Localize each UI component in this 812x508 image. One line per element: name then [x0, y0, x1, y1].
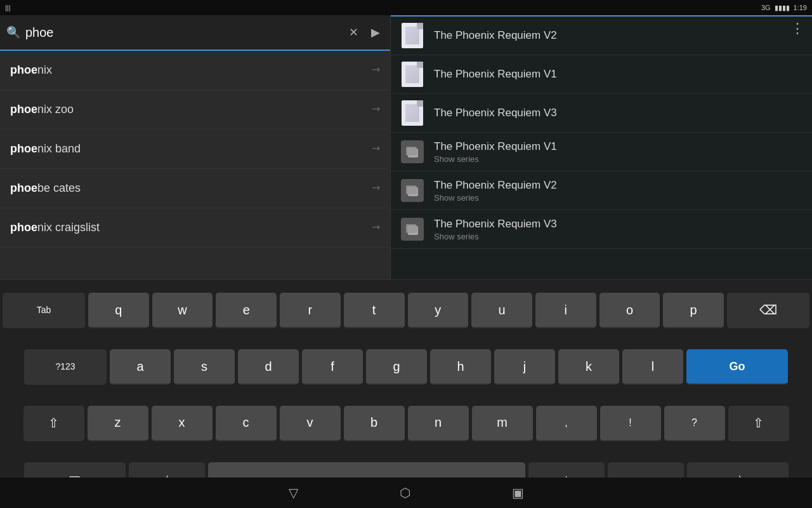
suggestion-arrow-icon: ↙ — [369, 142, 383, 156]
suggestion-arrow-icon: ↙ — [369, 220, 383, 235]
document-icon — [402, 100, 423, 126]
key-d[interactable]: d — [238, 349, 299, 385]
suggestion-item[interactable]: phoebe cates ↙ — [0, 169, 390, 208]
search-input[interactable]: phoe — [25, 25, 340, 40]
key-q[interactable]: q — [88, 293, 149, 328]
key-m[interactable]: m — [472, 406, 533, 441]
result-icon — [400, 178, 425, 203]
suggestion-item[interactable]: phoenix craigslist ↙ — [0, 208, 390, 248]
key-p[interactable]: p — [663, 293, 724, 328]
search-bar: 🔍 phoe ✕ ▶ — [0, 15, 390, 51]
key-n[interactable]: n — [408, 406, 469, 441]
result-subtitle: Show series — [434, 154, 557, 164]
document-icon — [402, 23, 423, 48]
result-subtitle: Show series — [434, 193, 557, 203]
document-icon — [402, 62, 423, 87]
result-title: The Phoenix Requiem V1 — [434, 68, 557, 81]
result-text: The Phoenix Requiem V3 Show series — [434, 218, 557, 241]
recents-button[interactable]: ▣ — [512, 485, 524, 500]
suggestion-item[interactable]: phoenix band ↙ — [0, 130, 390, 169]
key-exclaim[interactable]: ! — [600, 406, 661, 441]
more-options-button[interactable]: ⋮ — [790, 20, 804, 37]
key-a[interactable]: a — [110, 349, 171, 385]
key-r[interactable]: r — [280, 293, 341, 328]
series-icon — [401, 218, 424, 241]
series-icon — [401, 179, 424, 202]
svg-rect-8 — [407, 225, 417, 233]
result-icon — [400, 139, 425, 164]
home-button[interactable]: ⬡ — [400, 485, 410, 500]
svg-rect-2 — [407, 148, 417, 156]
result-item[interactable]: The Phoenix Requiem V1 — [391, 55, 812, 94]
back-button[interactable]: ▽ — [289, 485, 298, 500]
suggestion-item[interactable]: phoenix zoo ↙ — [0, 90, 390, 130]
key-t[interactable]: t — [344, 293, 405, 328]
key-i[interactable]: i — [535, 293, 596, 328]
status-time: 1:19 — [794, 4, 807, 11]
key-o[interactable]: o — [599, 293, 660, 328]
key-s[interactable]: s — [174, 349, 235, 385]
result-item[interactable]: The Phoenix Requiem V2 — [391, 15, 812, 55]
suggestion-text: phoenix craigslist — [10, 221, 100, 234]
result-text: The Phoenix Requiem V1 — [434, 68, 557, 81]
suggestion-arrow-icon: ↙ — [369, 63, 383, 77]
keyboard-row-2: ?123 a s d f g h j k l Go — [0, 339, 812, 396]
key-h[interactable]: h — [430, 349, 491, 385]
key-question[interactable]: ? — [664, 406, 725, 441]
result-icon — [400, 100, 425, 126]
result-icon — [400, 62, 425, 87]
key-k[interactable]: k — [558, 349, 619, 385]
go-key[interactable]: Go — [686, 349, 788, 385]
shift-left-key[interactable]: ⇧ — [23, 406, 84, 441]
keyboard: Tab q w e r t y u i o p ⌫ ?123 a s d f g… — [0, 279, 812, 508]
key-y[interactable]: y — [408, 293, 469, 328]
key-g[interactable]: g — [366, 349, 427, 385]
key-l[interactable]: l — [622, 349, 683, 385]
shift-right-key[interactable]: ⇧ — [728, 406, 789, 441]
result-text: The Phoenix Requiem V1 Show series — [434, 140, 557, 164]
result-item[interactable]: The Phoenix Requiem V3 Show series — [391, 210, 812, 249]
suggestion-item[interactable]: phoenix ↙ — [0, 51, 390, 90]
key-j[interactable]: j — [494, 349, 555, 385]
key-b[interactable]: b — [344, 406, 405, 441]
backspace-key[interactable]: ⌫ — [727, 293, 809, 328]
result-icon — [400, 23, 425, 48]
result-item[interactable]: The Phoenix Requiem V3 — [391, 94, 812, 133]
clear-search-button[interactable]: ✕ — [345, 24, 362, 41]
key-x[interactable]: x — [152, 406, 213, 441]
result-subtitle: Show series — [434, 232, 557, 241]
status-network: 3G — [761, 4, 771, 11]
search-panel: 🔍 phoe ✕ ▶ phoenix ↙ phoenix zoo ↙ phoen… — [0, 15, 390, 279]
num-key[interactable]: ?123 — [24, 349, 107, 385]
suggestion-text: phoenix — [10, 64, 52, 77]
key-c[interactable]: c — [216, 406, 277, 441]
suggestion-text: phoebe cates — [10, 182, 81, 195]
result-icon — [400, 217, 425, 242]
status-battery: ▮▮▮▮ — [775, 4, 790, 12]
suggestion-text: phoenix band — [10, 142, 81, 156]
key-comma[interactable]: , — [536, 406, 597, 441]
suggestion-arrow-icon: ↙ — [369, 181, 383, 196]
nav-bar: ▽ ⬡ ▣ — [0, 478, 812, 508]
key-z[interactable]: z — [88, 406, 148, 441]
status-notifications: ||| — [5, 4, 11, 11]
results-panel: The Phoenix Requiem V2 The Phoenix Requi… — [390, 15, 812, 279]
keyboard-row-1: Tab q w e r t y u i o p ⌫ — [0, 283, 812, 339]
key-w[interactable]: w — [152, 293, 213, 328]
result-title: The Phoenix Requiem V3 — [434, 218, 557, 231]
result-title: The Phoenix Requiem V2 — [434, 179, 557, 192]
forward-search-button[interactable]: ▶ — [367, 24, 384, 41]
result-item[interactable]: The Phoenix Requiem V2 Show series — [391, 171, 812, 210]
result-text: The Phoenix Requiem V2 Show series — [434, 179, 557, 203]
key-u[interactable]: u — [471, 293, 532, 328]
status-bar: ||| 3G ▮▮▮▮ 1:19 — [0, 0, 812, 15]
result-title: The Phoenix Requiem V3 — [434, 107, 557, 119]
svg-rect-5 — [407, 187, 417, 194]
main-area: 🔍 phoe ✕ ▶ phoenix ↙ phoenix zoo ↙ phoen… — [0, 15, 812, 279]
tab-key[interactable]: Tab — [3, 293, 85, 328]
key-v[interactable]: v — [280, 406, 341, 441]
key-f[interactable]: f — [302, 349, 363, 385]
result-item[interactable]: The Phoenix Requiem V1 Show series — [391, 133, 812, 171]
key-e[interactable]: e — [216, 293, 277, 328]
suggestions-list: phoenix ↙ phoenix zoo ↙ phoenix band ↙ p… — [0, 51, 390, 248]
